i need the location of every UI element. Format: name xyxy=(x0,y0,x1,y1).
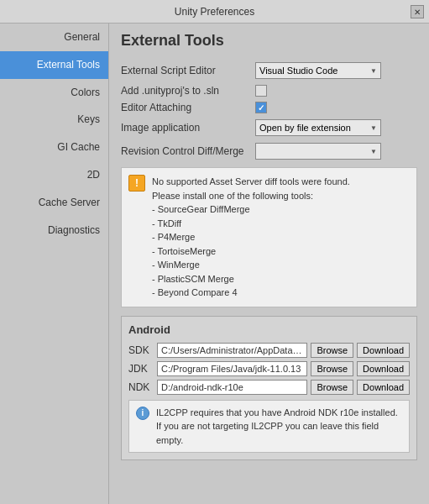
info-icon: i xyxy=(136,407,149,420)
warning-tool-4: - TortoiseMerge xyxy=(152,246,216,256)
jdk-path-input[interactable] xyxy=(157,361,307,376)
warning-line1: No supported Asset Server diff tools wer… xyxy=(152,176,350,186)
warning-icon: ! xyxy=(128,175,145,192)
info-box: i IL2CPP requires that you have Android … xyxy=(128,400,410,454)
warning-tool-1: - SourceGear DiffMerge xyxy=(152,204,250,214)
sidebar-item-general[interactable]: General xyxy=(0,24,108,51)
android-section: Android SDK Browse Download JDK Browse D… xyxy=(121,316,417,461)
jdk-browse-button[interactable]: Browse xyxy=(311,361,353,376)
sidebar-item-gi-cache[interactable]: GI Cache xyxy=(0,134,108,161)
sidebar-item-keys[interactable]: Keys xyxy=(0,106,108,134)
ndk-row: NDK Browse Download xyxy=(128,380,410,395)
sidebar-item-2d[interactable]: 2D xyxy=(0,161,108,189)
dropdown-arrow-icon: ▼ xyxy=(370,67,377,75)
sdk-download-button[interactable]: Download xyxy=(357,343,410,358)
revision-control-dropdown[interactable]: ▼ xyxy=(255,143,381,160)
image-application-value: Open by file extension xyxy=(259,123,351,133)
unity-preferences-window: Unity Preferences ✕ General External Too… xyxy=(0,0,429,504)
image-application-label: Image application xyxy=(121,122,255,134)
ndk-path-input[interactable] xyxy=(157,380,307,395)
add-unityproj-row: Add .unityproj's to .sln xyxy=(121,85,417,97)
jdk-label: JDK xyxy=(128,363,154,375)
dropdown-arrow-icon3: ▼ xyxy=(370,148,377,155)
sdk-path-input[interactable] xyxy=(157,343,307,358)
sidebar-item-diagnostics[interactable]: Diagnostics xyxy=(0,217,108,244)
add-unityproj-checkbox[interactable] xyxy=(255,85,267,97)
close-button[interactable]: ✕ xyxy=(411,5,424,18)
warning-tool-7: - Beyond Compare 4 xyxy=(152,287,238,297)
sdk-browse-button[interactable]: Browse xyxy=(311,343,353,358)
external-script-editor-dropdown[interactable]: Visual Studio Code ▼ xyxy=(255,62,381,79)
add-unityproj-label: Add .unityproj's to .sln xyxy=(121,85,255,97)
revision-control-control: ▼ xyxy=(255,143,417,160)
external-script-editor-value: Visual Studio Code xyxy=(259,66,337,76)
warning-tool-2: - TkDiff xyxy=(152,218,181,228)
sidebar-item-cache-server[interactable]: Cache Server xyxy=(0,189,108,217)
ndk-label: NDK xyxy=(128,381,154,393)
content-area: External Tools External Script Editor Vi… xyxy=(109,24,429,504)
image-application-control: Open by file extension ▼ xyxy=(255,119,417,136)
warning-line2: Please install one of the following tool… xyxy=(152,191,313,201)
page-title: External Tools xyxy=(121,32,417,50)
warning-text: No supported Asset Server diff tools wer… xyxy=(152,175,350,300)
title-bar: Unity Preferences ✕ xyxy=(0,0,429,24)
sdk-row: SDK Browse Download xyxy=(128,343,410,358)
main-content: General External Tools Colors Keys GI Ca… xyxy=(0,24,429,504)
external-script-editor-row: External Script Editor Visual Studio Cod… xyxy=(121,61,417,80)
revision-control-label: Revision Control Diff/Merge xyxy=(121,145,255,157)
external-script-editor-control: Visual Studio Code ▼ xyxy=(255,62,417,79)
warning-tool-5: - WinMerge xyxy=(152,260,200,270)
editor-attaching-row: Editor Attaching xyxy=(121,102,417,113)
revision-control-row: Revision Control Diff/Merge ▼ xyxy=(121,142,417,160)
editor-attaching-label: Editor Attaching xyxy=(121,102,255,113)
window-title: Unity Preferences xyxy=(175,6,254,18)
ndk-download-button[interactable]: Download xyxy=(357,380,410,395)
image-application-row: Image application Open by file extension… xyxy=(121,118,417,137)
external-script-editor-label: External Script Editor xyxy=(121,65,255,76)
jdk-download-button[interactable]: Download xyxy=(357,361,410,376)
warning-tool-6: - PlasticSCM Merge xyxy=(152,274,234,284)
sidebar-item-colors[interactable]: Colors xyxy=(0,79,108,107)
info-text: IL2CPP requires that you have Android ND… xyxy=(156,406,402,448)
android-title: Android xyxy=(128,323,410,336)
warning-box: ! No supported Asset Server diff tools w… xyxy=(121,167,417,307)
sdk-label: SDK xyxy=(128,344,154,356)
jdk-row: JDK Browse Download xyxy=(128,361,410,376)
image-application-dropdown[interactable]: Open by file extension ▼ xyxy=(255,119,381,136)
editor-attaching-checkbox[interactable] xyxy=(255,102,267,113)
sidebar: General External Tools Colors Keys GI Ca… xyxy=(0,24,109,504)
dropdown-arrow-icon2: ▼ xyxy=(370,124,377,132)
warning-tool-3: - P4Merge xyxy=(152,232,195,242)
sidebar-item-external-tools[interactable]: External Tools xyxy=(0,51,108,79)
ndk-browse-button[interactable]: Browse xyxy=(311,380,353,395)
